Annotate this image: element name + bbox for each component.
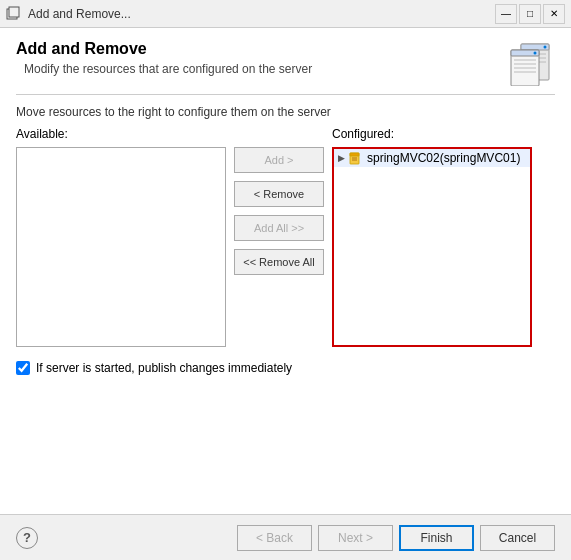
available-label: Available: [16,127,226,141]
title-bar-icon [6,6,22,22]
publish-checkbox-row: If server is started, publish changes im… [16,357,555,375]
available-list[interactable] [16,147,226,347]
add-button[interactable]: Add > [234,147,324,173]
maximize-button[interactable]: □ [519,4,541,24]
remove-button[interactable]: < Remove [234,181,324,207]
svg-rect-1 [9,7,19,17]
footer-left: ? [16,527,38,549]
title-controls: — □ ✕ [495,4,565,24]
svg-point-4 [544,46,547,49]
title-bar: Add and Remove... — □ ✕ [0,0,571,28]
available-column: Available: [16,127,226,347]
title-bar-text: Add and Remove... [28,7,131,21]
dialog-title: Add and Remove [16,40,312,58]
project-file-icon [349,151,363,165]
header-text: Add and Remove Modify the resources that… [16,40,312,76]
remove-all-button[interactable]: << Remove All [234,249,324,275]
dialog-content: Add and Remove Modify the resources that… [0,28,571,387]
minimize-button[interactable]: — [495,4,517,24]
next-button[interactable]: Next > [318,525,393,551]
instructions-text: Move resources to the right to configure… [16,105,555,119]
configured-item[interactable]: ▶ springMVC02(springMVC01) [334,149,530,167]
configured-label: Configured: [332,127,532,141]
header-divider [16,94,555,95]
close-button[interactable]: ✕ [543,4,565,24]
dialog-subtitle: Modify the resources that are configured… [24,62,312,76]
publish-checkbox[interactable] [16,361,30,375]
server-icon [507,42,555,86]
publish-checkbox-label[interactable]: If server is started, publish changes im… [36,361,292,375]
configured-item-name: springMVC02(springMVC01) [367,151,520,165]
header-section: Add and Remove Modify the resources that… [16,40,555,86]
svg-point-10 [534,52,537,55]
back-button[interactable]: < Back [237,525,312,551]
add-all-button[interactable]: Add All >> [234,215,324,241]
footer-right: < Back Next > Finish Cancel [237,525,555,551]
dialog-footer: ? < Back Next > Finish Cancel [0,514,571,560]
svg-rect-16 [350,153,359,156]
configured-list[interactable]: ▶ springMVC02(springMVC01) [332,147,532,347]
cancel-button[interactable]: Cancel [480,525,555,551]
action-buttons: Add > < Remove Add All >> << Remove All [234,127,324,275]
finish-button[interactable]: Finish [399,525,474,551]
help-button[interactable]: ? [16,527,38,549]
configured-column: Configured: ▶ springMVC02(springMVC01) [332,127,532,347]
expand-icon: ▶ [338,153,345,163]
main-panel: Available: Add > < Remove Add All >> << … [16,127,555,347]
